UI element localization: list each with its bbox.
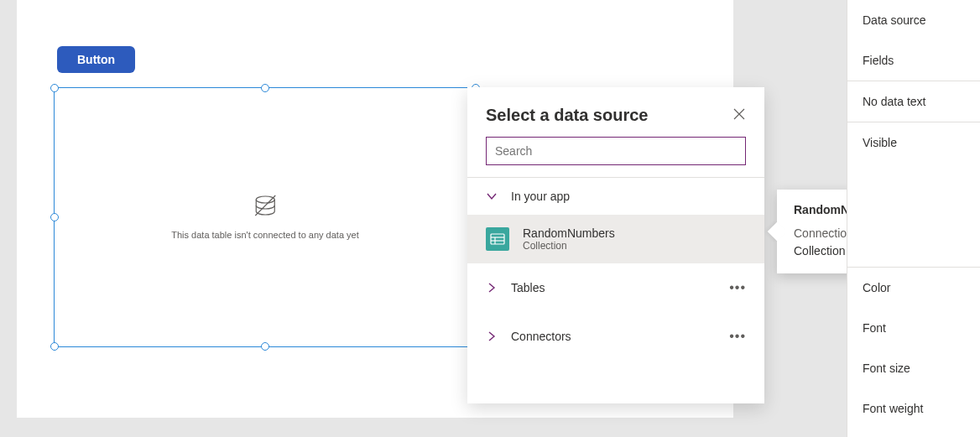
data-table-control[interactable]: This data table isn't connected to any d… [54, 87, 477, 347]
section-label: Connectors [511, 330, 716, 343]
more-icon[interactable]: ••• [729, 329, 746, 344]
search-input[interactable] [486, 137, 746, 165]
resize-handle[interactable] [50, 342, 59, 351]
more-icon[interactable]: ••• [729, 280, 746, 295]
prop-fields[interactable]: Fields [847, 40, 980, 81]
item-subtitle: Collection [523, 240, 615, 252]
collection-icon [486, 227, 509, 251]
svg-line-1 [255, 195, 275, 216]
item-name: RandomNumbers [523, 226, 615, 240]
section-connectors[interactable]: Connectors ••• [467, 312, 764, 361]
section-tables[interactable]: Tables ••• [467, 263, 764, 312]
section-label: Tables [511, 281, 716, 294]
section-in-your-app[interactable]: In your app [467, 178, 764, 215]
prop-font-weight[interactable]: Font weight [847, 388, 980, 429]
close-icon[interactable] [732, 107, 746, 124]
chevron-right-icon [486, 330, 498, 342]
chevron-down-icon [486, 190, 498, 202]
empty-state-text: This data table isn't connected to any d… [171, 230, 358, 240]
prop-visible[interactable]: Visible [847, 122, 980, 267]
database-icon [253, 195, 278, 218]
button-control[interactable]: Button [57, 46, 135, 73]
prop-font-size[interactable]: Font size [847, 348, 980, 388]
resize-handle[interactable] [261, 342, 269, 351]
resize-handle[interactable] [261, 84, 269, 92]
prop-no-data-text[interactable]: No data text [847, 81, 980, 122]
resize-handle[interactable] [50, 213, 59, 221]
section-label: In your app [511, 190, 746, 203]
chevron-right-icon [486, 282, 498, 294]
data-source-item-randomnumbers[interactable]: RandomNumbers Collection [467, 215, 764, 263]
popup-title: Select a data source [486, 106, 648, 125]
data-source-popup: Select a data source In your app [467, 87, 764, 403]
prop-data-source[interactable]: Data source [847, 0, 980, 40]
empty-state: This data table isn't connected to any d… [171, 195, 358, 240]
prop-color[interactable]: Color [847, 267, 980, 308]
properties-panel: Data source Fields No data text Visible … [847, 0, 980, 437]
svg-rect-3 [491, 234, 504, 244]
resize-handle[interactable] [50, 84, 59, 92]
prop-font[interactable]: Font [847, 308, 980, 348]
